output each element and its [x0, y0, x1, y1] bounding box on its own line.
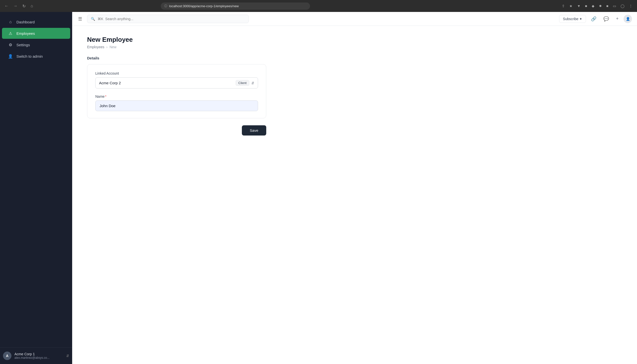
extension-icon-2[interactable]: ■ — [583, 3, 588, 9]
search-input[interactable] — [98, 17, 245, 21]
linked-account-select[interactable]: Acme Corp 2 Client ⇵ — [95, 77, 258, 88]
menu-icon[interactable]: ⋮ — [627, 3, 634, 9]
sidebar-item-switch-admin-label: Switch to admin — [17, 54, 43, 58]
bookmark-icon[interactable]: ★ — [568, 3, 574, 9]
form-actions: Save — [87, 125, 266, 136]
name-label: Name* — [95, 94, 258, 98]
user-avatar[interactable]: 👤 — [623, 15, 632, 23]
home-icon: ⌂ — [8, 20, 13, 24]
save-button[interactable]: Save — [242, 125, 266, 136]
switch-admin-icon: 👤 — [8, 54, 13, 59]
window-icon[interactable]: ▭ — [611, 3, 617, 9]
search-bar[interactable]: 🔍 — [87, 15, 249, 23]
breadcrumb: Employees › New — [87, 45, 622, 49]
sidebar-nav: ⌂ Dashboard ⚠ Employees ⚙ Settings 👤 Swi… — [0, 12, 72, 347]
topbar: ☰ 🔍 Subscribe ✦ 🔗 💬 + 👤 — [72, 12, 637, 26]
refresh-button[interactable]: ↻ — [21, 3, 27, 10]
back-button[interactable]: ← — [3, 3, 10, 9]
sidebar-footer-info: Acme Corp 1 alex.martinez@absys.co... — [15, 352, 63, 360]
linked-account-label: Linked Account — [95, 71, 258, 75]
url-text: localhost:3000/app/acme-corp-1/employees… — [169, 4, 239, 8]
sidebar-item-employees-label: Employees — [17, 31, 35, 36]
breadcrumb-parent[interactable]: Employees — [87, 45, 104, 49]
linked-account-field: Linked Account Acme Corp 2 Client ⇵ — [95, 71, 258, 88]
subscribe-button[interactable]: Subscribe ✦ — [559, 15, 586, 23]
profile-icon[interactable]: ◯ — [619, 3, 626, 9]
page-title: New Employee — [87, 36, 622, 44]
user-email: alex.martinez@absys.co... — [15, 356, 63, 360]
breadcrumb-current: New — [110, 45, 116, 49]
chevron-updown-icon: ⇵ — [251, 81, 254, 85]
form-card: Linked Account Acme Corp 2 Client ⇵ Name… — [87, 64, 266, 118]
settings-icon: ⚙ — [8, 42, 13, 47]
sidebar-item-settings[interactable]: ⚙ Settings — [2, 39, 70, 50]
app-layout: ⌂ Dashboard ⚠ Employees ⚙ Settings 👤 Swi… — [0, 12, 637, 364]
sidebar-item-employees[interactable]: ⚠ Employees — [2, 28, 70, 39]
add-button[interactable]: + — [614, 15, 620, 22]
breadcrumb-separator: › — [106, 45, 108, 49]
sidebar-item-dashboard-label: Dashboard — [17, 20, 35, 24]
comment-button[interactable]: 💬 — [601, 15, 611, 23]
sidebar-item-dashboard[interactable]: ⌂ Dashboard — [2, 16, 70, 27]
extension-icon-3[interactable]: ◆ — [590, 3, 596, 9]
sidebar-footer[interactable]: A Acme Corp 1 alex.martinez@absys.co... … — [0, 347, 72, 364]
topbar-actions: Subscribe ✦ 🔗 💬 + 👤 — [559, 15, 632, 23]
sidebar-item-switch-admin[interactable]: 👤 Switch to admin — [2, 51, 70, 62]
name-field: Name* — [95, 94, 258, 111]
browser-chrome: ← → ↻ ⌂ ⓘ localhost:3000/app/acme-corp-1… — [0, 0, 637, 12]
browser-actions: ⇧ ★ ▼ ■ ◆ ✸ ■ ▭ ◯ ⋮ — [560, 3, 634, 9]
share-icon[interactable]: ⇧ — [560, 3, 566, 9]
main-area: ☰ 🔍 Subscribe ✦ 🔗 💬 + 👤 New Employee Emp… — [72, 12, 637, 364]
chevron-up-down-icon: ⇵ — [66, 354, 69, 358]
details-section-title: Details — [87, 56, 622, 60]
extension-icon-1[interactable]: ▼ — [575, 3, 582, 9]
linked-account-badge: Client — [236, 80, 249, 86]
sidebar: ⌂ Dashboard ⚠ Employees ⚙ Settings 👤 Swi… — [0, 12, 72, 364]
menu-toggle-button[interactable]: ☰ — [77, 15, 83, 23]
puzzle-icon[interactable]: ■ — [605, 3, 610, 9]
required-marker: * — [105, 94, 106, 98]
address-bar[interactable]: ⓘ localhost:3000/app/acme-corp-1/employe… — [161, 2, 310, 10]
linked-account-value: Acme Corp 2 — [99, 81, 234, 85]
name-input[interactable] — [95, 100, 258, 111]
company-name: Acme Corp 1 — [15, 352, 63, 356]
extension-icon-4[interactable]: ✸ — [597, 3, 603, 9]
search-icon: 🔍 — [91, 17, 95, 21]
forward-button[interactable]: → — [12, 3, 19, 9]
employees-icon: ⚠ — [8, 31, 13, 36]
sidebar-item-settings-label: Settings — [17, 43, 30, 47]
avatar: A — [3, 352, 12, 360]
link-button[interactable]: 🔗 — [589, 15, 598, 23]
lock-icon: ⓘ — [164, 4, 167, 8]
home-button[interactable]: ⌂ — [29, 3, 35, 9]
page-content: New Employee Employees › New Details Lin… — [72, 26, 637, 364]
